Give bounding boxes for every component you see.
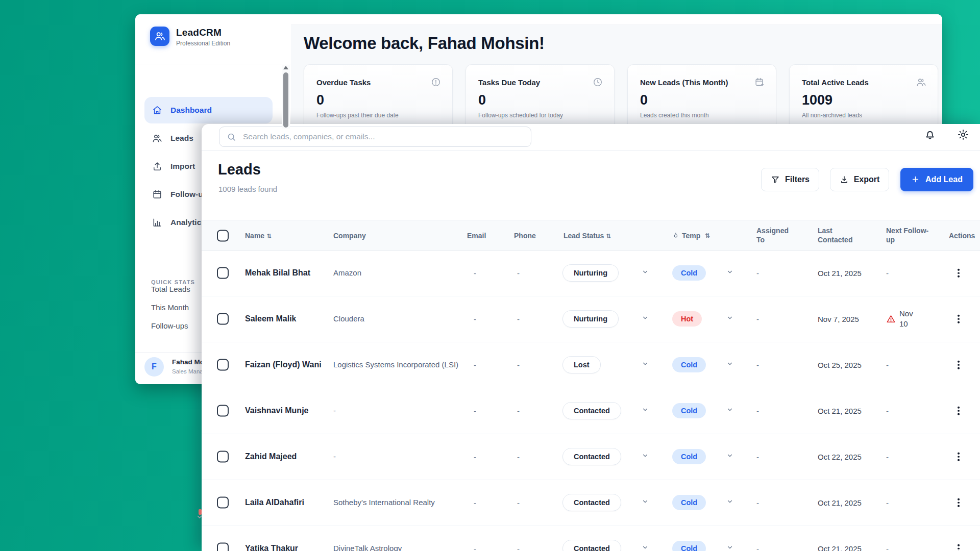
lead-status-pill[interactable]: Contacted <box>562 494 621 511</box>
scrollbar-thumb[interactable] <box>283 72 288 128</box>
temp-badge[interactable]: Cold <box>672 403 706 418</box>
status-chevron-down-icon[interactable] <box>642 360 649 369</box>
sort-icon[interactable]: ⇅ <box>705 231 710 239</box>
sort-icon[interactable]: ⇅ <box>266 232 272 239</box>
row-actions-menu-icon[interactable] <box>955 405 962 417</box>
row-checkbox[interactable] <box>217 313 229 325</box>
alert-icon <box>431 77 441 87</box>
row-actions-menu-icon[interactable] <box>955 496 962 509</box>
column-header-assigned-to: Assigned To <box>756 226 797 245</box>
sidebar-item-dashboard[interactable]: Dashboard <box>144 97 273 123</box>
lead-name[interactable]: Laila AlDahafiri <box>245 497 327 508</box>
column-header-temp[interactable]: Temp⇅ <box>672 231 710 240</box>
lead-assigned-to: - <box>756 544 759 551</box>
temp-badge[interactable]: Hot <box>672 311 702 327</box>
status-chevron-down-icon[interactable] <box>642 452 649 461</box>
row-actions-menu-icon[interactable] <box>955 542 962 551</box>
status-chevron-down-icon[interactable] <box>642 406 649 415</box>
lead-email: - <box>474 269 476 278</box>
row-actions-menu-icon[interactable] <box>955 313 962 325</box>
avatar[interactable]: F <box>144 357 164 377</box>
settings-gear-icon[interactable] <box>957 129 969 141</box>
calplus-icon <box>754 77 765 87</box>
lead-email: - <box>474 407 476 415</box>
lead-company: Logistics Systems Incorporated (LSI) <box>333 360 461 370</box>
lead-company: Cloudera <box>333 314 461 324</box>
lead-name[interactable]: Mehak Bilal Bhat <box>245 267 327 278</box>
sidebar-scrollbar[interactable] <box>282 65 290 129</box>
lead-name[interactable]: Vaishnavi Munje <box>245 405 327 416</box>
sidebar-item-label: Import <box>170 162 195 171</box>
quick-stat-item: Follow-ups <box>151 321 188 330</box>
scrollbar-up-arrow-icon[interactable] <box>283 66 288 69</box>
row-actions-menu-icon[interactable] <box>955 359 962 371</box>
welcome-heading: Welcome back, Fahad Mohsin! <box>304 34 545 53</box>
temp-badge[interactable]: Cold <box>672 449 706 464</box>
row-checkbox[interactable] <box>217 497 229 509</box>
lead-last-contacted: Oct 21, 2025 <box>818 543 869 551</box>
lead-phone: - <box>517 361 520 369</box>
row-checkbox[interactable] <box>217 451 229 463</box>
lead-assigned-to: - <box>756 407 759 415</box>
sort-icon[interactable]: ⇅ <box>606 232 611 239</box>
row-checkbox[interactable] <box>217 405 229 417</box>
sidebar-item-label: Analytics <box>170 218 206 227</box>
status-chevron-down-icon[interactable] <box>642 314 649 323</box>
table-row: Zahid Majeed - - - Contacted Cold - Oct … <box>202 434 980 480</box>
export-button[interactable]: Export <box>830 168 889 191</box>
lead-name[interactable]: Zahid Majeed <box>245 451 327 462</box>
filters-button[interactable]: Filters <box>761 168 819 191</box>
search-box[interactable] <box>219 127 531 147</box>
temp-chevron-down-icon[interactable] <box>726 544 733 551</box>
lead-name[interactable]: Yatika Thakur <box>245 543 327 551</box>
temp-badge[interactable]: Cold <box>672 357 706 372</box>
lead-status-pill[interactable]: Contacted <box>562 402 621 419</box>
row-checkbox[interactable] <box>217 359 229 371</box>
lead-status-pill[interactable]: Nurturing <box>562 310 619 328</box>
temp-badge[interactable]: Cold <box>672 495 706 510</box>
status-chevron-down-icon[interactable] <box>642 544 649 551</box>
temp-chevron-down-icon[interactable] <box>726 452 733 461</box>
stat-card-value: 0 <box>316 92 324 108</box>
scrollbar-fragment-icon <box>197 515 202 519</box>
search-input[interactable] <box>242 132 524 142</box>
select-all-checkbox[interactable] <box>217 230 229 241</box>
column-header-name[interactable]: Name⇅ <box>245 231 272 240</box>
users-icon <box>916 77 926 87</box>
lead-name[interactable]: Saleem Malik <box>245 313 327 324</box>
temp-badge[interactable]: Cold <box>672 265 706 281</box>
lead-last-contacted: Oct 25, 2025 <box>818 360 869 370</box>
table-row: Saleem Malik Cloudera - - Nurturing Hot … <box>202 296 980 342</box>
lead-last-contacted: Nov 7, 2025 <box>818 314 869 324</box>
chart-icon <box>152 217 162 228</box>
lead-status-pill[interactable]: Contacted <box>562 448 621 465</box>
sidebar-item-label: Leads <box>170 134 193 143</box>
lead-next-follow-up: - <box>886 453 933 461</box>
add-lead-button-label: Add Lead <box>925 175 963 184</box>
column-header-lead-status[interactable]: Lead Status⇅ <box>564 231 611 240</box>
status-chevron-down-icon[interactable] <box>642 498 649 507</box>
lead-email: - <box>474 361 476 369</box>
row-checkbox[interactable] <box>217 543 229 551</box>
lead-next-follow-up: - <box>886 544 933 551</box>
status-chevron-down-icon[interactable] <box>642 268 649 278</box>
temp-chevron-down-icon[interactable] <box>726 360 733 369</box>
quick-stat-item: This Month <box>151 303 189 312</box>
add-lead-button[interactable]: Add Lead <box>900 168 973 191</box>
row-actions-menu-icon[interactable] <box>955 450 962 463</box>
row-actions-menu-icon[interactable] <box>955 267 962 280</box>
temp-chevron-down-icon[interactable] <box>726 498 733 507</box>
lead-assigned-to: - <box>756 315 759 323</box>
row-checkbox[interactable] <box>217 267 229 279</box>
stat-card-label: New Leads (This Month) <box>640 78 728 87</box>
export-button-label: Export <box>854 175 880 184</box>
temp-chevron-down-icon[interactable] <box>726 406 733 415</box>
lead-status-pill[interactable]: Lost <box>562 356 601 373</box>
lead-status-pill[interactable]: Contacted <box>562 540 621 551</box>
temp-badge[interactable]: Cold <box>672 541 706 551</box>
lead-status-pill[interactable]: Nurturing <box>562 264 619 282</box>
lead-name[interactable]: Faizan (Floyd) Wani <box>245 359 327 370</box>
temp-chevron-down-icon[interactable] <box>726 268 733 278</box>
notifications-bell-icon[interactable] <box>924 129 936 141</box>
temp-chevron-down-icon[interactable] <box>726 314 733 323</box>
